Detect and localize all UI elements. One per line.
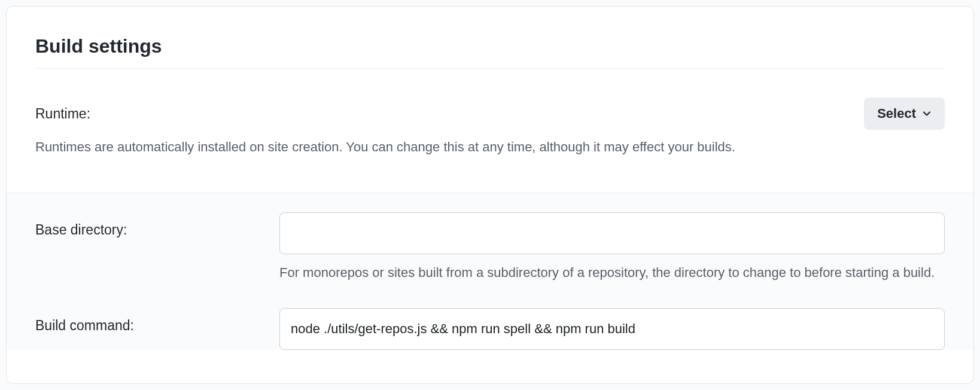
build-settings-card: Build settings Runtime: Select Runtimes … [6,6,974,384]
build-command-input-col [279,308,945,350]
build-command-label-col: Build command: [35,308,279,334]
base-directory-input-col: For monorepos or sites built from a subd… [279,212,945,283]
base-directory-input[interactable] [279,212,945,254]
runtime-label: Runtime: [35,106,90,122]
base-directory-label: Base directory: [35,222,127,237]
build-command-label: Build command: [35,318,134,333]
base-directory-row: Base directory: For monorepos or sites b… [35,212,945,283]
form-section: Base directory: For monorepos or sites b… [7,193,973,350]
runtime-select-label: Select [877,106,916,121]
build-command-input[interactable] [279,308,945,350]
chevron-down-icon [922,109,932,118]
page-title: Build settings [35,35,945,69]
base-directory-label-col: Base directory: [35,212,279,238]
card-header-section: Build settings Runtime: Select Runtimes … [7,7,973,157]
runtime-select-button[interactable]: Select [864,98,945,130]
base-directory-help: For monorepos or sites built from a subd… [279,263,945,283]
runtime-row: Runtime: Select [35,98,945,130]
runtime-help-text: Runtimes are automatically installed on … [35,137,945,157]
build-command-row: Build command: [35,308,945,350]
